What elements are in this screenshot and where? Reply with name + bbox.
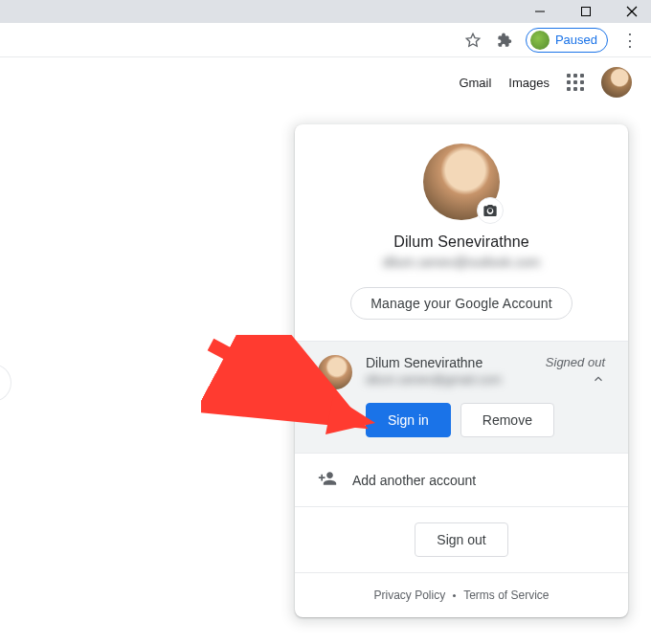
secondary-account-email: dilum.senev@gmail.com [366,372,532,387]
secondary-avatar [318,355,352,389]
profile-avatar-icon [530,31,550,50]
bookmark-star-icon[interactable] [464,32,482,49]
apps-grid-icon[interactable] [567,74,584,91]
change-avatar-button[interactable] [477,197,504,224]
privacy-link[interactable]: Privacy Policy [373,588,445,602]
sign-in-button[interactable]: Sign in [366,403,451,437]
secondary-account-row[interactable]: Dilum Senevirathne dilum.senev@gmail.com… [295,342,628,454]
add-person-icon [318,469,337,491]
toolbar: Paused ⋮ [0,23,651,57]
signout-row: Sign out [295,507,628,573]
avatar-container [423,144,500,220]
popup-footer: Privacy Policy Terms of Service [295,573,628,617]
window-titlebar [0,0,651,23]
extensions-icon[interactable] [495,32,512,49]
close-button[interactable] [620,0,643,23]
svg-marker-4 [466,33,480,46]
signed-out-label: Signed out [546,355,605,369]
secondary-account-name: Dilum Senevirathne [366,355,532,370]
primary-account-email: dilum.senev@outlook.com [383,255,540,270]
account-popup: Dilum Senevirathne dilum.senev@outlook.c… [295,124,628,617]
svg-rect-1 [582,8,591,16]
page-top-nav: Gmail Images [0,57,651,107]
add-account-label: Add another account [352,473,476,488]
popup-header: Dilum Senevirathne dilum.senev@outlook.c… [295,124,628,342]
separator-dot [453,594,456,597]
maximize-button[interactable] [574,0,597,23]
kebab-menu-icon[interactable]: ⋮ [621,30,638,51]
manage-account-button[interactable]: Manage your Google Account [350,287,572,320]
chevron-up-icon[interactable] [592,372,605,389]
sign-out-button[interactable]: Sign out [415,522,507,557]
primary-account-name: Dilum Senevirathne [393,233,528,251]
images-link[interactable]: Images [508,76,550,90]
paused-label: Paused [555,33,597,47]
account-avatar[interactable] [601,67,632,98]
remove-button[interactable]: Remove [460,403,554,437]
add-account-row[interactable]: Add another account [295,454,628,507]
minimize-button[interactable] [528,0,551,23]
terms-link[interactable]: Terms of Service [463,588,549,602]
side-panel-handle[interactable] [0,364,11,402]
profile-paused-chip[interactable]: Paused [526,28,608,53]
gmail-link[interactable]: Gmail [459,76,491,90]
